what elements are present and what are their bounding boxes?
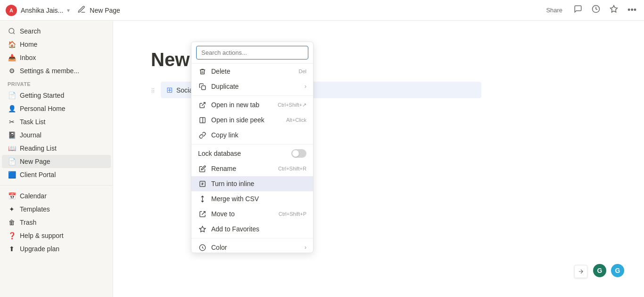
sidebar-item-templates[interactable]: ✦ Templates: [2, 203, 111, 216]
ctx-item-color[interactable]: Color ›: [191, 240, 313, 253]
lock-db-toggle[interactable]: [291, 149, 306, 158]
comment-icon[interactable]: [572, 3, 584, 17]
reading-icon: 📖: [8, 144, 16, 153]
duplicate-label: Duplicate: [211, 83, 300, 90]
star-icon[interactable]: [608, 3, 620, 17]
svg-point-2: [9, 28, 14, 34]
section-private: Private: [0, 77, 113, 89]
ctx-item-open-side-peek[interactable]: Open in side peek Alt+Click: [191, 112, 313, 127]
svg-marker-1: [611, 6, 618, 12]
ctx-search-container: [191, 42, 313, 64]
rename-icon: [198, 164, 206, 173]
ctx-item-move-to[interactable]: Move to Ctrl+Shift+P: [191, 206, 313, 221]
client-portal-label: Client Portal: [20, 171, 56, 178]
favorites-icon: [198, 225, 206, 233]
turn-inline-icon: [198, 179, 206, 188]
ctx-item-copy-link[interactable]: Copy link: [191, 127, 313, 143]
ctx-item-add-favorites[interactable]: Add to Favorites: [191, 221, 313, 237]
more-icon[interactable]: •••: [626, 3, 638, 17]
trash-label: Trash: [20, 219, 36, 226]
divider-2: [191, 144, 313, 144]
share-button[interactable]: Share: [542, 5, 566, 16]
main-layout: Search 🏠 Home 📥 Inbox ⚙ Settings & membe…: [0, 21, 644, 297]
ctx-item-rename[interactable]: Rename Ctrl+Shift+R: [191, 161, 313, 176]
sidebar-item-home[interactable]: 🏠 Home: [2, 38, 111, 51]
chevron-down-icon[interactable]: ▾: [67, 7, 70, 14]
topbar-left: A Anshika Jais... ▾ New Page: [6, 5, 542, 16]
sidebar-item-personal-home[interactable]: 👤 Personal Home: [2, 102, 111, 115]
sidebar-item-reading-list[interactable]: 📖 Reading List: [2, 142, 111, 155]
add-favorites-label: Add to Favorites: [211, 225, 306, 233]
history-icon[interactable]: [590, 3, 602, 17]
move-to-shortcut: Ctrl+Shift+P: [279, 211, 306, 217]
sidebar-item-upgrade[interactable]: ⬆ Upgrade plan: [2, 242, 111, 255]
duplicate-icon: [198, 82, 206, 91]
workspace-avatar: A: [6, 5, 17, 16]
sidebar-item-search[interactable]: Search: [2, 25, 111, 38]
ctx-item-delete[interactable]: Delete Del: [191, 64, 313, 79]
merge-csv-label: Merge with CSV: [211, 195, 306, 203]
topbar: A Anshika Jais... ▾ New Page Share •••: [0, 0, 644, 21]
upgrade-icon: ⬆: [8, 245, 16, 253]
sidebar-item-calendar[interactable]: 📅 Calendar: [2, 189, 111, 203]
sidebar-item-help[interactable]: ❓ Help & support: [2, 229, 111, 242]
color-icon: [198, 243, 206, 252]
sidebar-item-new-page[interactable]: 📄 New Page: [2, 155, 111, 168]
lock-db-label: Lock database: [198, 150, 287, 157]
task-list-label: Task List: [20, 118, 45, 126]
calendar-icon: 📅: [8, 192, 16, 200]
journal-icon: 📓: [8, 131, 16, 139]
sidebar-item-trash[interactable]: 🗑 Trash: [2, 216, 111, 229]
divider-3: [191, 238, 313, 238]
home-label: Home: [20, 41, 37, 48]
ctx-search-input[interactable]: [196, 46, 308, 59]
settings-icon: ⚙: [8, 67, 16, 75]
templates-label: Templates: [20, 205, 50, 213]
ctx-item-merge-csv[interactable]: Merge with CSV: [191, 191, 313, 206]
journal-label: Journal: [20, 131, 41, 139]
sidebar-item-inbox[interactable]: 📥 Inbox: [2, 51, 111, 64]
topbar-page-title: New Page: [90, 7, 120, 14]
sidebar-item-getting-started[interactable]: 📄 Getting Started: [2, 89, 111, 102]
search-icon: [8, 27, 16, 35]
calendar-label: Calendar: [20, 192, 47, 200]
open-side-peek-shortcut: Alt+Click: [286, 117, 306, 123]
help-label: Help & support: [20, 232, 64, 239]
svg-rect-4: [201, 85, 205, 89]
topbar-right: Share •••: [542, 3, 638, 17]
sidebar-item-settings[interactable]: ⚙ Settings & membe...: [2, 64, 111, 77]
templates-icon: ✦: [8, 205, 16, 213]
copy-link-icon: [198, 131, 206, 139]
sidebar: Search 🏠 Home 📥 Inbox ⚙ Settings & membe…: [0, 21, 113, 297]
content-area: New Page ⠿ ⊞ Social Media Planner G G: [113, 21, 644, 297]
rename-shortcut: Ctrl+Shift+R: [278, 166, 306, 171]
sidebar-item-task-list[interactable]: ✂ Task List: [2, 115, 111, 128]
home-icon: 🏠: [8, 40, 16, 49]
inbox-label: Inbox: [20, 54, 36, 61]
move-to-icon: [198, 210, 206, 218]
edit-icon[interactable]: [77, 5, 86, 16]
page-icon: 📄: [8, 91, 16, 100]
task-icon: ✂: [8, 118, 16, 126]
context-menu: Delete Del Duplicate ›: [191, 42, 314, 253]
client-portal-icon: 🟦: [8, 170, 16, 179]
toggle-knob: [292, 150, 299, 157]
turn-inline-label: Turn into inline: [211, 180, 306, 187]
ctx-item-open-new-tab[interactable]: Open in new tab Ctrl+Shift+↗: [191, 97, 313, 112]
ctx-item-turn-into-inline[interactable]: Turn into inline: [191, 176, 313, 191]
delete-shortcut: Del: [298, 68, 306, 74]
personal-home-label: Personal Home: [20, 105, 66, 112]
ctx-menu-items: Delete Del Duplicate ›: [191, 64, 313, 253]
open-side-peek-label: Open in side peek: [211, 116, 281, 124]
search-label: Search: [20, 27, 41, 35]
open-new-tab-shortcut: Ctrl+Shift+↗: [278, 102, 306, 108]
sidebar-item-client-portal[interactable]: 🟦 Client Portal: [2, 168, 111, 181]
color-arrow: ›: [305, 244, 306, 251]
copy-link-label: Copy link: [211, 131, 306, 139]
delete-label: Delete: [211, 68, 294, 75]
sidebar-item-journal[interactable]: 📓 Journal: [2, 128, 111, 142]
person-icon: 👤: [8, 104, 16, 113]
trash-icon: 🗑: [8, 218, 16, 227]
rename-label: Rename: [211, 165, 273, 172]
ctx-item-duplicate[interactable]: Duplicate ›: [191, 79, 313, 94]
